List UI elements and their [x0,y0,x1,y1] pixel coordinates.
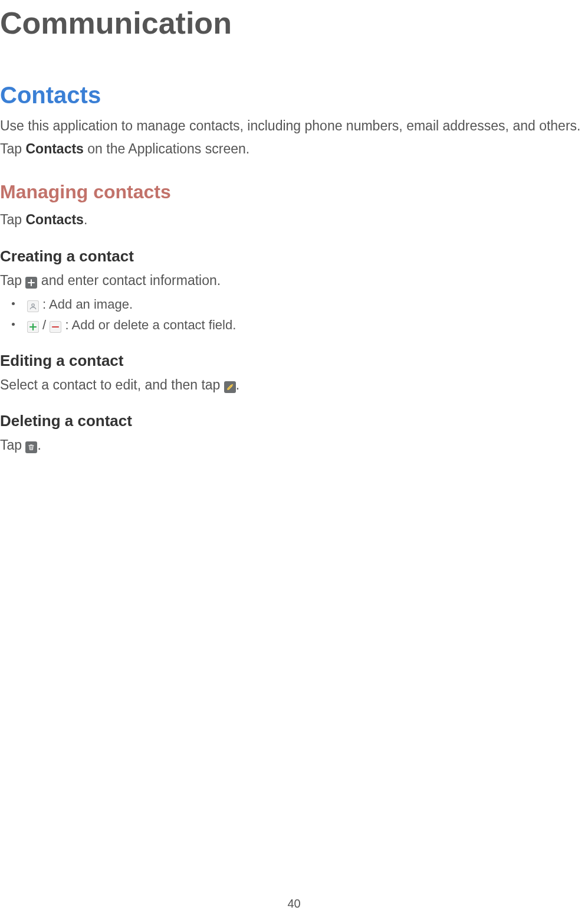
sub-title-managing: Managing contacts [0,179,588,205]
page-number: 40 [0,896,588,912]
text-fragment: . [37,437,41,453]
text-fragment: and enter contact information. [37,273,221,288]
section-title-contacts: Contacts [0,79,588,111]
deleting-line: Tap . [0,436,588,454]
strong-contacts: Contacts [25,212,83,227]
text-fragment: Tap [0,273,25,288]
minus-red-icon [50,321,61,333]
text-fragment: Tap [0,141,25,156]
text-fragment: . [236,377,239,392]
list-item: : Add an image. [27,296,588,313]
text-fragment: Select a contact to edit, and then tap [0,377,224,392]
managing-tap-line: Tap Contacts. [0,211,588,229]
text-fragment: Tap [0,437,25,453]
section-tap-line: Tap Contacts on the Applications screen. [0,140,588,158]
list-item: / : Add or delete a contact field. [27,316,588,334]
sub-sub-title-creating: Creating a contact [0,246,588,267]
sub-sub-title-deleting: Deleting a contact [0,411,588,431]
text-fragment: Tap [0,212,25,227]
strong-contacts: Contacts [25,141,83,156]
text-fragment: / [39,317,50,332]
text-fragment: : Add or delete a contact field. [61,317,236,332]
chapter-title: Communication [0,0,588,44]
sub-sub-title-editing: Editing a contact [0,351,588,371]
text-fragment: . [84,212,87,227]
creating-bullets: : Add an image. / : Add or delete a cont… [0,296,588,334]
svg-point-0 [32,303,34,306]
editing-line: Select a contact to edit, and then tap . [0,376,588,394]
plus-green-icon [27,321,39,333]
image-placeholder-icon [27,300,39,312]
text-fragment: on the Applications screen. [84,141,249,156]
edit-pencil-icon [224,381,236,393]
trash-icon [25,441,37,453]
plus-dark-icon [25,277,37,289]
creating-line: Tap and enter contact information. [0,271,588,290]
page: Communication Contacts Use this applicat… [0,0,588,920]
text-fragment: : Add an image. [39,297,133,312]
section-intro: Use this application to manage contacts,… [0,117,588,135]
